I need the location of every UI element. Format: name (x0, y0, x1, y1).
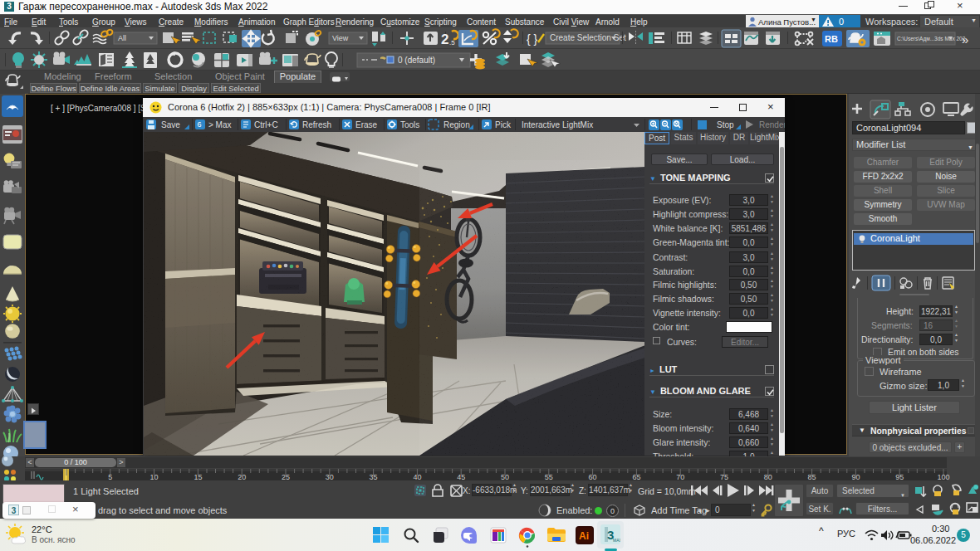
svg-text:100: 100 (937, 473, 949, 481)
svg-text:55: 55 (545, 473, 553, 481)
svg-text:50: 50 (501, 473, 509, 481)
svg-text:95: 95 (895, 473, 904, 481)
svg-text:> Max: > Max (208, 120, 232, 129)
svg-text:75: 75 (720, 473, 728, 481)
svg-text:25: 25 (282, 473, 290, 481)
svg-text:10: 10 (150, 473, 159, 481)
svg-text:Save: Save (161, 120, 180, 129)
svg-text:»: » (962, 32, 968, 46)
svg-text:2: 2 (441, 32, 448, 47)
svg-text:5: 5 (108, 473, 112, 481)
svg-text:60: 60 (589, 473, 597, 481)
svg-text:C:\Users\Адм...3ds Max 202: C:\Users\Адм...3ds Max 202 (897, 36, 966, 42)
svg-text:RB: RB (825, 34, 838, 44)
svg-text:Pick: Pick (495, 120, 512, 129)
svg-text:30: 30 (326, 473, 334, 481)
svg-text:40: 40 (413, 473, 421, 481)
svg-text:45: 45 (457, 473, 465, 481)
svg-text:Ai: Ai (579, 530, 589, 542)
svg-text:Render: Render (759, 120, 785, 129)
svg-text:85: 85 (808, 473, 816, 481)
svg-text:Stop: Stop (717, 120, 734, 129)
svg-text:20: 20 (238, 473, 246, 481)
svg-text:65: 65 (632, 473, 640, 481)
svg-text:0 (default): 0 (default) (398, 56, 435, 65)
svg-text:View: View (332, 34, 349, 42)
svg-text:Tools: Tools (400, 120, 419, 129)
svg-text:{ }: { } (527, 32, 538, 46)
svg-text:6: 6 (198, 120, 202, 129)
svg-text:35: 35 (370, 473, 378, 481)
svg-text:70: 70 (676, 473, 684, 481)
svg-text:Refresh: Refresh (302, 120, 331, 129)
svg-text:Interactive LightMix: Interactive LightMix (522, 120, 593, 129)
svg-text:MAX: MAX (613, 538, 620, 543)
svg-text:Region: Region (443, 120, 470, 129)
svg-text:Ctrl+C: Ctrl+C (254, 120, 278, 129)
svg-text:Erase: Erase (355, 120, 378, 129)
svg-text:90: 90 (851, 473, 860, 481)
svg-text:All: All (118, 34, 126, 42)
svg-text:15: 15 (194, 473, 202, 481)
svg-text:80: 80 (764, 473, 772, 481)
